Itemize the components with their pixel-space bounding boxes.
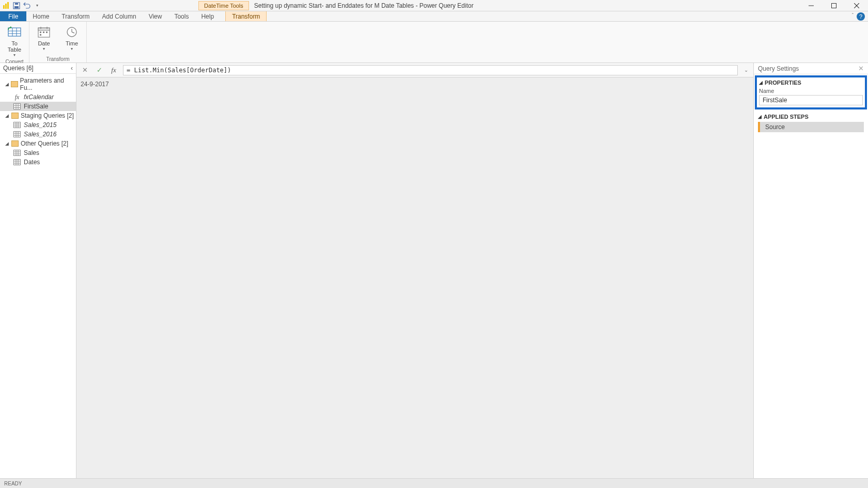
- properties-title[interactable]: ◢ PROPERTIES: [759, 80, 863, 86]
- query-label: Sales: [24, 149, 39, 156]
- query-sales-2016[interactable]: Sales_2016: [0, 130, 76, 139]
- ribbon-group-convert: To Table ▾ Convert: [0, 22, 29, 62]
- svg-rect-20: [40, 32, 41, 33]
- query-sales-2015[interactable]: Sales_2015: [0, 120, 76, 130]
- svg-rect-5: [15, 3, 18, 5]
- table-icon: [13, 131, 21, 137]
- title-bar: ▾ DateTime Tools Setting up dynamic Star…: [0, 0, 868, 11]
- collapse-queries-icon[interactable]: ‹: [71, 65, 73, 72]
- folder-icon: [11, 81, 18, 87]
- group-label: Other Queries [2]: [21, 140, 68, 147]
- properties-section: ◢ PROPERTIES Name: [755, 75, 867, 109]
- step-source[interactable]: Source: [758, 122, 864, 132]
- query-label: Sales_2016: [24, 131, 56, 138]
- clock-icon: [65, 25, 79, 39]
- group-other-queries[interactable]: ◢ Other Queries [2]: [0, 139, 76, 148]
- query-label: Sales_2015: [24, 121, 56, 129]
- table-icon: [13, 103, 21, 109]
- save-icon[interactable]: [12, 2, 21, 10]
- tab-view[interactable]: View: [143, 11, 168, 21]
- group-label: Staging Queries [2]: [21, 112, 74, 119]
- maximize-button[interactable]: [823, 0, 845, 11]
- formula-bar: ✕ ✓ fx ⌄: [76, 63, 753, 77]
- app-icon: [2, 2, 10, 10]
- formula-expand-icon[interactable]: ⌄: [742, 67, 750, 73]
- query-settings-panel: Query Settings ✕ ◢ PROPERTIES Name ◢ APP…: [753, 63, 868, 478]
- svg-rect-10: [8, 28, 21, 36]
- to-table-label: To Table: [8, 40, 21, 53]
- close-button[interactable]: [845, 0, 868, 11]
- undo-icon[interactable]: [23, 2, 31, 10]
- help-icon[interactable]: ?: [857, 12, 865, 21]
- svg-rect-42: [14, 150, 21, 156]
- qat-dropdown-icon[interactable]: ▾: [33, 2, 41, 10]
- group-label: Parameters and Fu...: [20, 77, 74, 91]
- query-name-input[interactable]: [759, 95, 863, 105]
- queries-tree: ◢ Parameters and Fu... fx fxCalendar Fir…: [0, 74, 76, 169]
- caret-icon: ◢: [5, 141, 9, 146]
- svg-rect-32: [14, 122, 21, 128]
- tab-help[interactable]: Help: [195, 11, 220, 21]
- svg-rect-0: [3, 5, 5, 9]
- to-table-button[interactable]: To Table ▾: [2, 24, 27, 58]
- date-button[interactable]: Date ▾: [32, 24, 56, 52]
- calendar-icon: [37, 25, 51, 39]
- dropdown-icon: ▾: [71, 46, 73, 51]
- fx-icon[interactable]: fx: [109, 65, 119, 75]
- contextual-tool-label: DateTime Tools: [198, 1, 249, 10]
- query-label: fxCalendar: [24, 93, 54, 101]
- table-icon: [13, 150, 21, 156]
- query-label: FirstSale: [24, 103, 48, 110]
- svg-rect-17: [38, 28, 50, 30]
- ribbon-collapse-icon[interactable]: ˆ: [852, 13, 854, 19]
- steps-list: Source: [758, 122, 864, 132]
- queries-title: Queries [6]: [3, 65, 34, 72]
- query-sales[interactable]: Sales: [0, 148, 76, 158]
- tab-home[interactable]: Home: [26, 11, 55, 21]
- queries-panel: Queries [6] ‹ ◢ Parameters and Fu... fx …: [0, 63, 76, 478]
- formula-input[interactable]: [123, 65, 738, 75]
- tab-context-transform[interactable]: Transform: [225, 11, 267, 21]
- group-label-transform: Transform: [46, 56, 69, 62]
- query-firstsale[interactable]: FirstSale: [0, 102, 76, 111]
- window-title: Setting up dynamic Start- and Enddates f…: [249, 2, 800, 9]
- function-icon: fx: [13, 94, 21, 100]
- svg-rect-37: [14, 132, 21, 137]
- group-staging-queries[interactable]: ◢ Staging Queries [2]: [0, 111, 76, 120]
- query-dates[interactable]: Dates: [0, 158, 76, 167]
- group-parameters-functions[interactable]: ◢ Parameters and Fu...: [0, 76, 76, 92]
- svg-rect-27: [14, 104, 21, 109]
- quick-access-toolbar: ▾: [0, 2, 43, 10]
- status-bar: READY: [0, 478, 868, 488]
- queries-header: Queries [6] ‹: [0, 63, 76, 74]
- table-icon: [7, 25, 22, 39]
- minimize-button[interactable]: [800, 0, 823, 11]
- applied-steps-title[interactable]: ◢ APPLIED STEPS: [758, 114, 864, 120]
- folder-icon: [11, 113, 19, 119]
- result-value: 24-9-2017: [81, 81, 109, 88]
- status-text: READY: [4, 481, 22, 486]
- tab-add-column[interactable]: Add Column: [96, 11, 143, 21]
- result-area: 24-9-2017: [76, 77, 753, 478]
- svg-rect-4: [14, 6, 19, 8]
- content-area: ✕ ✓ fx ⌄ 24-9-2017: [76, 63, 753, 478]
- tab-tools[interactable]: Tools: [168, 11, 195, 21]
- close-settings-icon[interactable]: ✕: [858, 65, 864, 72]
- dropdown-icon: ▾: [43, 46, 45, 51]
- svg-rect-21: [43, 32, 44, 33]
- settings-title: Query Settings: [758, 65, 799, 72]
- cancel-formula-icon[interactable]: ✕: [80, 65, 90, 75]
- time-button[interactable]: Time ▾: [59, 24, 84, 52]
- time-label: Time: [66, 40, 78, 46]
- settings-header: Query Settings ✕: [754, 63, 868, 74]
- applied-steps-section: ◢ APPLIED STEPS Source: [754, 111, 868, 135]
- commit-formula-icon[interactable]: ✓: [94, 65, 104, 75]
- query-fxcalendar[interactable]: fx fxCalendar: [0, 92, 76, 102]
- query-label: Dates: [24, 159, 40, 166]
- tab-transform[interactable]: Transform: [55, 11, 96, 21]
- caret-icon: ◢: [5, 113, 9, 118]
- svg-rect-1: [5, 4, 7, 9]
- tab-file[interactable]: File: [0, 11, 26, 21]
- svg-rect-7: [832, 3, 836, 8]
- name-label: Name: [759, 88, 863, 94]
